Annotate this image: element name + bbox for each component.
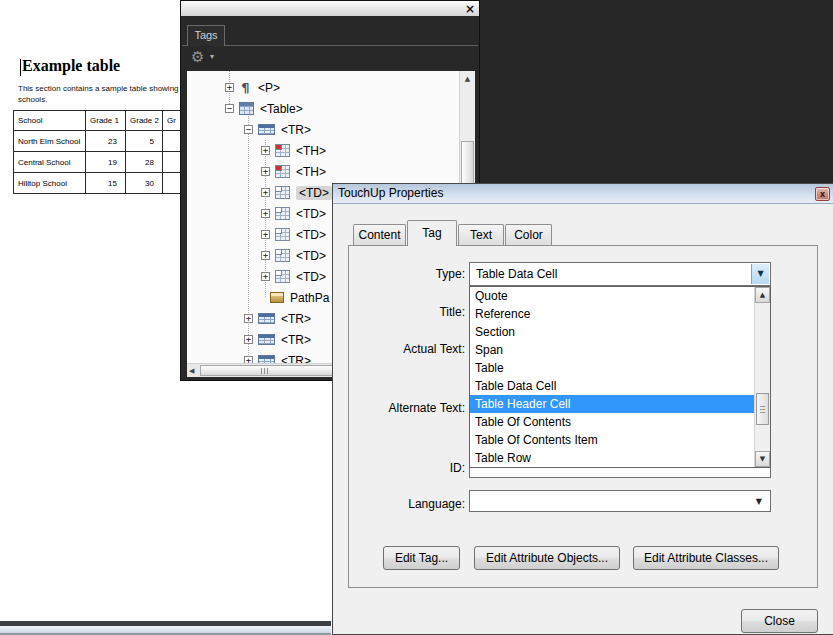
dropdown-item[interactable]: Reference bbox=[470, 305, 754, 323]
tag-tree-item-td-selected[interactable]: + <TD> bbox=[261, 182, 332, 203]
expand-icon[interactable]: + bbox=[244, 314, 253, 323]
tab-tag[interactable]: Tag bbox=[407, 220, 457, 246]
dropdown-item[interactable]: Table Of Contents Item bbox=[470, 431, 754, 449]
table-cell: 5 bbox=[126, 131, 163, 152]
scrollbar-thumb[interactable] bbox=[200, 365, 333, 376]
tag-tree-item-table[interactable]: − <Table> bbox=[225, 98, 303, 119]
table-cell: Hilltop School bbox=[14, 173, 86, 194]
expand-icon[interactable]: + bbox=[261, 272, 270, 281]
expand-icon[interactable]: + bbox=[261, 251, 270, 260]
dropdown-scrollbar[interactable]: ▲ ▼ bbox=[754, 287, 770, 467]
paragraph-line: This section contains a sample table sho… bbox=[18, 83, 179, 94]
table-row-tag-icon bbox=[258, 313, 275, 324]
paragraph-line: schools. bbox=[18, 94, 179, 105]
table-header-tag-icon bbox=[275, 165, 290, 178]
table-cell: Central School bbox=[14, 152, 86, 173]
type-combobox[interactable]: Table Data Cell ▼ bbox=[469, 262, 771, 286]
collapse-icon[interactable]: − bbox=[244, 125, 253, 134]
tag-tree-item-td[interactable]: + <TD> bbox=[261, 266, 326, 287]
scrollbar-thumb[interactable] bbox=[756, 393, 769, 425]
document-horizontal-scrollbar[interactable] bbox=[0, 626, 331, 633]
combo-dropdown-button[interactable]: ▼ bbox=[751, 264, 769, 284]
gear-icon[interactable]: ⚙ bbox=[191, 48, 204, 66]
close-icon[interactable]: x bbox=[815, 187, 830, 201]
tag-tree-item-p[interactable]: + ¶ <P> bbox=[225, 77, 280, 98]
expand-icon[interactable]: + bbox=[225, 83, 234, 92]
table-header-cell: School bbox=[14, 111, 86, 131]
tag-tree-item-tr[interactable]: + <TR> bbox=[244, 329, 311, 350]
table-data-tag-icon bbox=[275, 270, 290, 283]
table-data-tag-icon bbox=[275, 249, 290, 262]
tab-color[interactable]: Color bbox=[505, 224, 552, 245]
dropdown-item-highlighted[interactable]: Table Header Cell bbox=[470, 395, 754, 413]
table-cell: 30 bbox=[126, 173, 163, 194]
type-combobox-value: Table Data Cell bbox=[470, 263, 770, 285]
table-cell: 19 bbox=[86, 152, 126, 173]
collapse-icon[interactable]: − bbox=[225, 104, 234, 113]
actual-text-label: Actual Text: bbox=[353, 342, 465, 356]
tag-tree-item-td[interactable]: + <TD> bbox=[261, 203, 326, 224]
table-data-tag-icon bbox=[275, 207, 290, 220]
table-cell: North Elm School bbox=[14, 131, 86, 152]
document-heading: Example table bbox=[22, 57, 120, 75]
touchup-properties-dialog: TouchUp Properties x Content Tag Text Co… bbox=[332, 183, 833, 635]
expand-icon[interactable]: + bbox=[261, 188, 270, 197]
chevron-down-icon[interactable]: ▼ bbox=[756, 497, 762, 506]
title-label: Title: bbox=[353, 305, 465, 319]
dropdown-item[interactable]: Table bbox=[470, 359, 754, 377]
language-combobox[interactable]: ▼ bbox=[469, 490, 771, 512]
document-table: School Grade 1 Grade 2 Gr North Elm Scho… bbox=[13, 110, 208, 194]
dropdown-item[interactable]: Section bbox=[470, 323, 754, 341]
table-row-tag-icon bbox=[258, 124, 275, 135]
dialog-titlebar[interactable]: TouchUp Properties bbox=[333, 184, 833, 204]
table-row-tag-icon bbox=[258, 334, 275, 345]
dropdown-item[interactable]: Table Row bbox=[470, 449, 754, 467]
tag-tree-item-th[interactable]: + <TH> bbox=[261, 140, 326, 161]
scroll-up-icon[interactable]: ▲ bbox=[755, 287, 770, 303]
document-paragraph: This section contains a sample table sho… bbox=[18, 83, 179, 105]
table-data-tag-icon bbox=[275, 228, 290, 241]
edit-tag-button[interactable]: Edit Tag... bbox=[383, 546, 460, 570]
scroll-up-icon[interactable]: ▲ bbox=[460, 75, 475, 83]
type-dropdown-list: Quote Reference Section Span Table Table… bbox=[469, 286, 771, 468]
id-label: ID: bbox=[353, 461, 465, 475]
expand-icon[interactable]: + bbox=[261, 209, 270, 218]
expand-icon[interactable]: + bbox=[244, 335, 253, 344]
tab-content[interactable]: Content bbox=[353, 224, 406, 245]
edit-attribute-classes-button[interactable]: Edit Attribute Classes... bbox=[633, 546, 779, 570]
close-icon[interactable]: × bbox=[462, 1, 478, 17]
tab-tags[interactable]: Tags bbox=[187, 25, 225, 46]
tag-tree-item-td[interactable]: + <TD> bbox=[261, 245, 326, 266]
expand-icon[interactable]: + bbox=[261, 146, 270, 155]
tag-tree-item-th[interactable]: + <TH> bbox=[261, 161, 326, 182]
table-header-cell: Grade 1 bbox=[86, 111, 126, 131]
scroll-left-icon[interactable]: ◀ bbox=[189, 367, 194, 375]
content-box-icon bbox=[270, 292, 284, 303]
tag-tree-item-td[interactable]: + <TD> bbox=[261, 224, 326, 245]
table-cell: 15 bbox=[86, 173, 126, 194]
edit-attribute-objects-button[interactable]: Edit Attribute Objects... bbox=[474, 546, 620, 570]
table-cell: 23 bbox=[86, 131, 126, 152]
tab-text[interactable]: Text bbox=[458, 224, 504, 245]
tags-panel-titlebar[interactable] bbox=[181, 1, 479, 17]
tag-tree-item-tr[interactable]: + <TR> bbox=[244, 308, 311, 329]
scroll-down-icon[interactable]: ▼ bbox=[755, 451, 770, 467]
type-label: Type: bbox=[353, 267, 465, 281]
table-header-row: School Grade 1 Grade 2 Gr bbox=[14, 111, 208, 131]
dropdown-item[interactable]: Quote bbox=[470, 287, 754, 305]
table-data-tag-icon bbox=[275, 186, 290, 199]
dropdown-item[interactable]: Table Of Contents bbox=[470, 413, 754, 431]
expand-icon[interactable]: + bbox=[261, 230, 270, 239]
dropdown-item[interactable]: Span bbox=[470, 341, 754, 359]
expand-icon[interactable]: + bbox=[261, 167, 270, 176]
table-row: North Elm School 23 5 bbox=[14, 131, 208, 152]
close-button[interactable]: Close bbox=[741, 609, 818, 633]
table-header-cell: Grade 2 bbox=[126, 111, 163, 131]
dropdown-item[interactable]: Table Data Cell bbox=[470, 377, 754, 395]
tab-strip-divider bbox=[182, 45, 478, 46]
text-caret bbox=[20, 59, 21, 76]
tag-tree-item-path[interactable]: PathPa bbox=[270, 287, 329, 308]
chevron-down-icon[interactable]: ▾ bbox=[210, 52, 214, 61]
tag-tree-item-tr[interactable]: − <TR> bbox=[244, 119, 311, 140]
table-row: Central School 19 28 bbox=[14, 152, 208, 173]
